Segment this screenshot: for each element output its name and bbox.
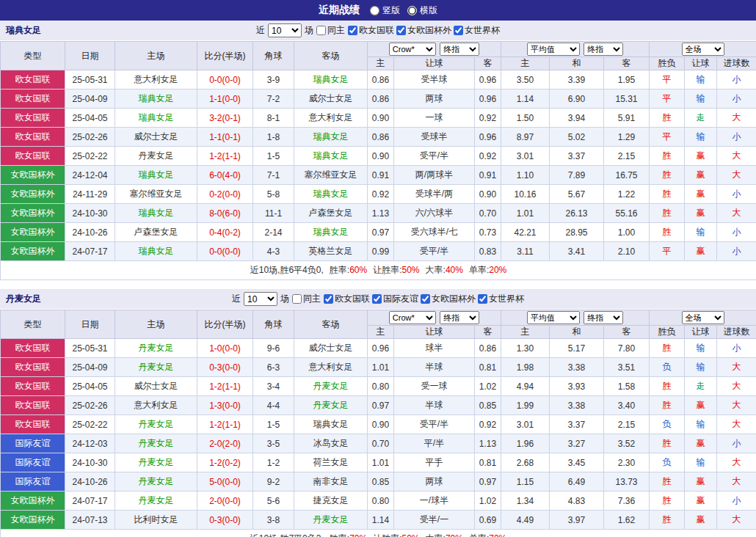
- same-home-checkbox[interactable]: [292, 294, 302, 304]
- summary: 近10场,胜7平0负3,胜率:70%让胜率:50%大率:70%单率:70%: [1, 530, 756, 537]
- scope-select[interactable]: 全场: [682, 43, 724, 56]
- winloss-result: 胜: [650, 185, 685, 204]
- same-home-checkbox[interactable]: [316, 26, 326, 35]
- competition-filter[interactable]: 女欧国杯外: [396, 24, 451, 37]
- match-date: 25-04-09: [65, 90, 115, 109]
- away-team: 瑞典女足: [294, 415, 368, 434]
- handicap-stage-select[interactable]: 终指: [440, 311, 479, 324]
- match-row: 女欧国杯外24-10-30瑞典女足8-0(6-0)11-1卢森堡女足1.13六/…: [1, 204, 756, 223]
- goals-result: 小: [717, 223, 756, 242]
- competition-filter[interactable]: 欧女国联: [348, 24, 394, 37]
- avg-home-odds: 2.68: [501, 453, 550, 472]
- competition-filter[interactable]: 女世界杯: [454, 24, 500, 37]
- score-halftime: 1-1(0-1): [197, 128, 253, 147]
- avg-draw-odds: 3.27: [550, 434, 604, 453]
- handicap-line: 半球: [394, 358, 475, 377]
- title-bar: 近期战绩 竖版 横版: [0, 0, 756, 21]
- average-stage-select[interactable]: 终指: [584, 43, 623, 56]
- handicap-result: 输: [685, 90, 717, 109]
- handicap-line: 六/六球半: [394, 204, 475, 223]
- away-team: 冰岛女足: [294, 434, 368, 453]
- competition-badge: 女欧国杯外: [1, 511, 65, 530]
- avg-draw-odds: 6.49: [550, 472, 604, 492]
- competition-checkbox[interactable]: [421, 294, 430, 304]
- handicap-result: 赢: [685, 166, 717, 185]
- avg-away-odds: 1.22: [604, 185, 650, 204]
- handicap-home-odds: 0.96: [368, 339, 394, 358]
- corner-score: 1-5: [253, 415, 294, 434]
- handicap-home-odds: 0.90: [368, 147, 394, 166]
- competition-filter[interactable]: 女世界杯: [478, 293, 524, 305]
- avg-away-odds: 3.52: [604, 434, 650, 453]
- competition-checkbox[interactable]: [454, 26, 463, 35]
- average-select[interactable]: 平均值: [527, 311, 580, 324]
- match-date: 25-04-05: [65, 109, 115, 128]
- match-row: 欧女国联25-02-22丹麦女足1-2(1-1)1-5瑞典女足0.90受平/半0…: [1, 147, 756, 166]
- goals-result: 大: [717, 358, 756, 377]
- away-team: 卢森堡女足: [294, 204, 368, 223]
- col-goals: 进球数: [717, 57, 756, 70]
- results-table-sweden: 类型 日期 主场 比分(半场) 角球 客场 Crow* 终指 平均值 终指 全场: [0, 41, 756, 280]
- competition-checkbox[interactable]: [372, 294, 382, 304]
- handicap-home-odds: 0.70: [368, 434, 394, 453]
- goals-result: 大: [717, 204, 756, 223]
- average-stage-select[interactable]: 终指: [584, 311, 623, 324]
- same-home-filter[interactable]: 同主: [316, 24, 345, 37]
- scope-select[interactable]: 全场: [682, 311, 724, 324]
- handicap-stage-select[interactable]: 终指: [440, 43, 479, 56]
- summary-row: 近10场,胜7平0负3,胜率:70%让胜率:50%大率:70%单率:70%: [1, 530, 756, 537]
- layout-option-vertical[interactable]: 竖版: [370, 4, 400, 17]
- col-handicap-result: 让球: [685, 57, 717, 70]
- home-team: 意大利女足: [115, 396, 197, 415]
- home-team: 丹麦女足: [115, 492, 197, 511]
- avg-home-odds: 3.01: [501, 147, 550, 166]
- match-count-select[interactable]: 10: [268, 23, 302, 37]
- avg-draw-odds: 6.90: [550, 90, 604, 109]
- average-select[interactable]: 平均值: [527, 43, 580, 56]
- away-team: 瑞典女足: [294, 223, 368, 242]
- score-halftime: 0-4(0-2): [197, 223, 253, 242]
- handicap-away-odds: 0.96: [475, 90, 501, 109]
- bookmaker-select[interactable]: Crow*: [389, 311, 436, 324]
- bookmaker-select[interactable]: Crow*: [389, 43, 436, 56]
- competition-filter[interactable]: 国际友谊: [372, 293, 418, 305]
- handicap-line: 受半/一: [394, 511, 475, 530]
- competition-checkbox[interactable]: [478, 294, 487, 304]
- summary-stat-value: 40%: [446, 265, 463, 275]
- competition-checkbox[interactable]: [348, 26, 357, 35]
- match-date: 25-05-31: [65, 70, 115, 90]
- col-avg-away: 客: [604, 57, 650, 70]
- summary-stat-label: 胜率:: [330, 265, 349, 275]
- competition-filter[interactable]: 女欧国杯外: [421, 293, 476, 305]
- summary-stat-value: 50%: [402, 533, 420, 537]
- goals-result: 小: [717, 242, 756, 261]
- avg-draw-odds: 3.38: [550, 358, 604, 377]
- summary: 近10场,胜6平4负0,胜率:60%让胜率:50%大率:40%单率:20%: [1, 261, 756, 280]
- score-halftime: 3-2(0-1): [197, 109, 253, 128]
- match-count-select[interactable]: 10: [244, 292, 277, 306]
- competition-badge: 国际友谊: [1, 453, 65, 472]
- competition-filter[interactable]: 欧女国联: [324, 293, 370, 305]
- handicap-away-odds: 0.83: [475, 242, 501, 261]
- layout-option-horizontal[interactable]: 横版: [407, 4, 437, 17]
- avg-draw-odds: 3.45: [550, 453, 604, 472]
- same-home-filter[interactable]: 同主: [292, 293, 321, 305]
- horizontal-layout-radio[interactable]: [407, 6, 417, 15]
- competition-checkbox[interactable]: [324, 294, 333, 304]
- corner-score: 5-8: [253, 185, 294, 204]
- handicap-line: 受一球: [394, 377, 475, 396]
- col-home: 主场: [115, 42, 197, 70]
- avg-away-odds: 3.40: [604, 396, 650, 415]
- home-team: 瑞典女足: [115, 204, 197, 223]
- avg-home-odds: 42.21: [501, 223, 550, 242]
- avg-home-odds: 3.01: [501, 415, 550, 434]
- col-type: 类型: [1, 42, 65, 70]
- summary-stat-label: 大率:: [426, 533, 446, 537]
- winloss-result: 负: [650, 415, 685, 434]
- competition-checkbox[interactable]: [396, 26, 406, 35]
- home-team: 丹麦女足: [115, 339, 197, 358]
- home-team: 瑞典女足: [115, 242, 197, 261]
- competition-label: 国际友谊: [383, 293, 418, 305]
- score-halftime: 0-3(0-0): [197, 358, 253, 377]
- vertical-layout-radio[interactable]: [370, 6, 379, 15]
